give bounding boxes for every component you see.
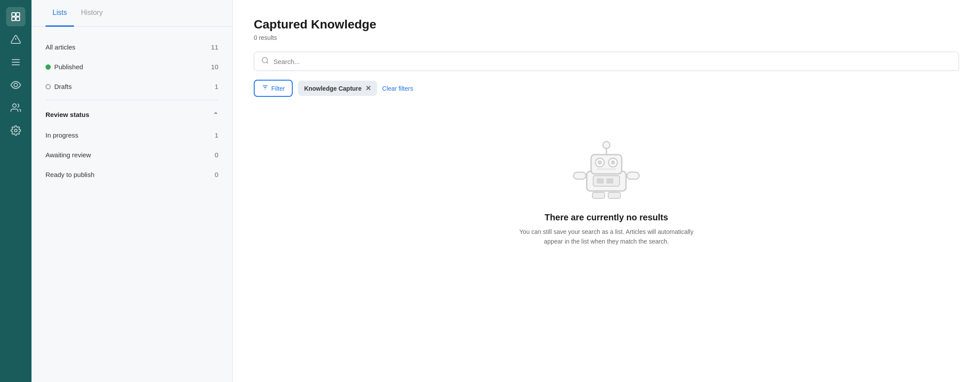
empty-state-title: There are currently no results	[545, 212, 668, 223]
chevron-up-icon: ⌃	[213, 111, 218, 118]
results-count: 0 results	[254, 34, 959, 41]
svg-line-13	[266, 62, 268, 63]
active-filter-label: Knowledge Capture	[304, 85, 361, 92]
menu-nav-icon[interactable]	[6, 53, 25, 72]
filter-in-progress-label: In progress	[46, 131, 78, 139]
review-status-section[interactable]: Review status ⌃	[46, 104, 218, 125]
empty-state-illustration	[563, 132, 650, 202]
filter-in-progress[interactable]: In progress 1	[46, 125, 218, 145]
remove-filter-icon[interactable]: ✕	[365, 84, 371, 92]
users-nav-icon[interactable]	[6, 98, 25, 117]
articles-nav-icon[interactable]	[6, 7, 25, 26]
svg-rect-34	[608, 192, 620, 198]
filter-button[interactable]: Filter	[254, 80, 293, 97]
filter-icon	[262, 84, 269, 92]
filter-published[interactable]: Published 10	[46, 57, 218, 77]
svg-point-11	[14, 129, 17, 132]
filter-drafts-label: Drafts	[46, 83, 72, 90]
svg-point-22	[611, 160, 615, 165]
tabs-header: Lists History	[32, 0, 232, 27]
svg-point-21	[598, 160, 602, 165]
svg-rect-2	[12, 17, 15, 21]
svg-rect-28	[606, 178, 613, 184]
svg-rect-29	[574, 172, 586, 179]
filter-drafts[interactable]: Drafts 1	[46, 77, 218, 96]
svg-point-9	[14, 83, 18, 87]
left-panel-content: All articles 11 Published 10 Drafts 1 Re…	[32, 27, 232, 195]
page-title: Captured Knowledge	[254, 18, 959, 32]
svg-rect-33	[592, 192, 605, 198]
search-input[interactable]	[273, 58, 952, 65]
svg-rect-0	[12, 13, 15, 16]
filter-awaiting-review[interactable]: Awaiting review 0	[46, 145, 218, 165]
svg-rect-3	[16, 17, 20, 21]
filter-drafts-count: 1	[215, 83, 218, 90]
filter-ready-to-publish-count: 0	[215, 171, 218, 178]
svg-rect-1	[16, 13, 20, 16]
search-icon	[261, 57, 269, 66]
filter-published-count: 10	[211, 63, 218, 71]
settings-nav-icon[interactable]	[6, 121, 25, 140]
svg-rect-30	[627, 172, 639, 179]
alerts-nav-icon[interactable]	[6, 30, 25, 49]
preview-nav-icon[interactable]	[6, 75, 25, 95]
drafts-dot	[46, 84, 51, 89]
search-bar	[254, 52, 959, 71]
filter-all-articles[interactable]: All articles 11	[46, 37, 218, 57]
filter-bar: Filter Knowledge Capture ✕ Clear filters	[254, 80, 959, 97]
filter-button-label: Filter	[271, 85, 285, 92]
review-status-label: Review status	[46, 111, 89, 118]
active-filter-tag[interactable]: Knowledge Capture ✕	[298, 81, 377, 96]
filter-ready-to-publish[interactable]: Ready to publish 0	[46, 165, 218, 184]
svg-point-10	[13, 104, 16, 107]
empty-state-subtitle: You can still save your search as a list…	[510, 227, 703, 247]
svg-point-12	[262, 57, 267, 63]
divider	[46, 100, 218, 100]
filter-awaiting-review-label: Awaiting review	[46, 151, 91, 159]
empty-state: There are currently no results You can s…	[254, 132, 959, 247]
left-panel: Lists History All articles 11 Published …	[32, 0, 233, 382]
filter-in-progress-count: 1	[215, 131, 218, 139]
main-content: Captured Knowledge 0 results Filter Know…	[233, 0, 980, 382]
filter-awaiting-review-count: 0	[215, 151, 218, 159]
filter-ready-to-publish-label: Ready to publish	[46, 171, 94, 178]
filter-published-label: Published	[46, 63, 83, 71]
published-dot	[46, 64, 51, 70]
filter-all-articles-label: All articles	[46, 43, 75, 51]
sidebar-nav	[0, 0, 32, 382]
clear-filters-button[interactable]: Clear filters	[382, 85, 413, 92]
svg-rect-27	[597, 178, 604, 184]
svg-point-24	[603, 141, 610, 149]
filter-all-articles-count: 11	[211, 43, 218, 51]
tab-lists[interactable]: Lists	[46, 0, 74, 27]
tab-history[interactable]: History	[74, 0, 110, 27]
